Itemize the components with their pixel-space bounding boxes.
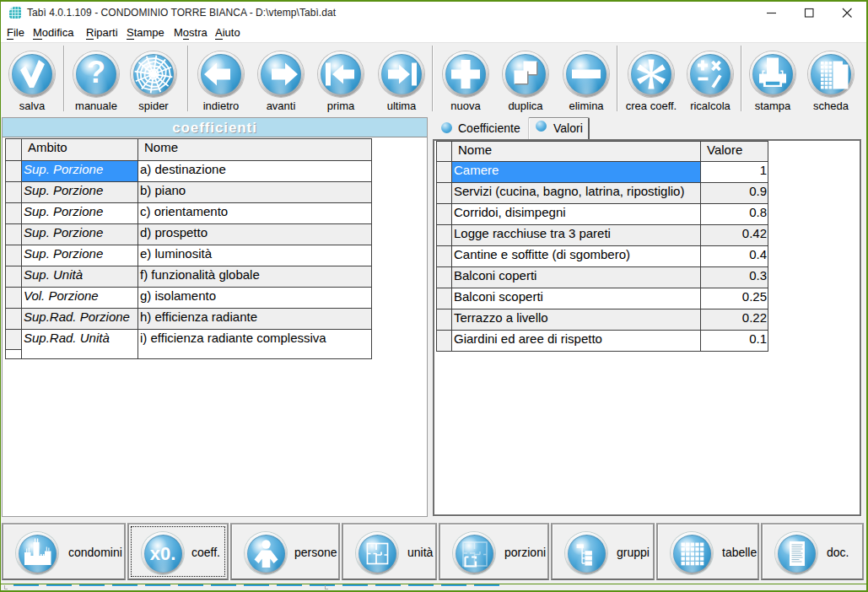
svg-text:x0.: x0. (149, 543, 175, 564)
svg-text:?: ? (87, 55, 105, 89)
